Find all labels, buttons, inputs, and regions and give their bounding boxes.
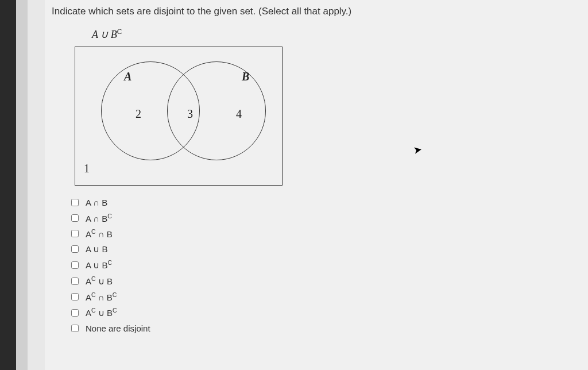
option-checkbox-2[interactable] bbox=[71, 230, 79, 237]
option-row-1: A ∩ BC bbox=[69, 213, 582, 223]
option-label-8: None are disjoint bbox=[86, 323, 150, 333]
venn-circle-b bbox=[167, 61, 266, 160]
given-set-complement: C bbox=[117, 28, 122, 36]
given-set-expression: A ∪ BC bbox=[92, 28, 582, 41]
venn-label-a: A bbox=[124, 70, 131, 83]
option-row-2: AC ∩ B bbox=[69, 228, 582, 239]
question-content: Indicate which sets are disjoint to the … bbox=[52, 6, 582, 338]
option-row-3: A ∪ B bbox=[69, 244, 582, 255]
option-label-5: AC ∪ B bbox=[86, 275, 113, 287]
answer-options: A ∩ BA ∩ BCAC ∩ BA ∪ BA ∪ BCAC ∪ BAC ∩ B… bbox=[69, 197, 582, 334]
option-row-6: AC ∩ BC bbox=[69, 291, 582, 302]
option-row-4: A ∪ BC bbox=[69, 259, 582, 271]
question-text: Indicate which sets are disjoint to the … bbox=[52, 6, 582, 17]
option-checkbox-3[interactable] bbox=[71, 245, 79, 253]
option-checkbox-6[interactable] bbox=[71, 293, 79, 300]
window-edge-gray bbox=[16, 0, 28, 370]
option-row-7: AC ∪ BC bbox=[69, 307, 582, 318]
option-checkbox-4[interactable] bbox=[71, 261, 79, 269]
option-row-8: None are disjoint bbox=[69, 323, 582, 334]
option-label-6: AC ∩ BC bbox=[86, 291, 117, 302]
option-label-4: A ∪ BC bbox=[86, 259, 112, 271]
venn-diagram-box: A B 1 2 3 4 bbox=[75, 47, 283, 186]
option-row-5: AC ∪ B bbox=[69, 275, 582, 287]
option-label-3: A ∪ B bbox=[86, 244, 108, 255]
option-checkbox-1[interactable] bbox=[71, 214, 79, 222]
option-row-0: A ∩ B bbox=[69, 197, 582, 208]
venn-label-b: B bbox=[242, 70, 249, 83]
venn-region-2: 2 bbox=[136, 107, 141, 121]
option-checkbox-5[interactable] bbox=[71, 278, 79, 285]
option-checkbox-8[interactable] bbox=[71, 325, 79, 332]
option-label-2: AC ∩ B bbox=[86, 228, 113, 239]
venn-region-3: 3 bbox=[187, 107, 193, 121]
given-set-base: A ∪ B bbox=[92, 29, 117, 40]
window-edge-dark bbox=[0, 0, 16, 370]
option-label-7: AC ∪ BC bbox=[86, 307, 117, 318]
venn-region-4: 4 bbox=[236, 107, 242, 121]
option-label-1: A ∩ BC bbox=[86, 213, 112, 223]
window-edge-light bbox=[28, 0, 45, 370]
option-checkbox-7[interactable] bbox=[71, 309, 79, 317]
option-checkbox-0[interactable] bbox=[71, 199, 79, 206]
venn-region-1: 1 bbox=[84, 162, 90, 175]
option-label-0: A ∩ B bbox=[86, 198, 107, 207]
